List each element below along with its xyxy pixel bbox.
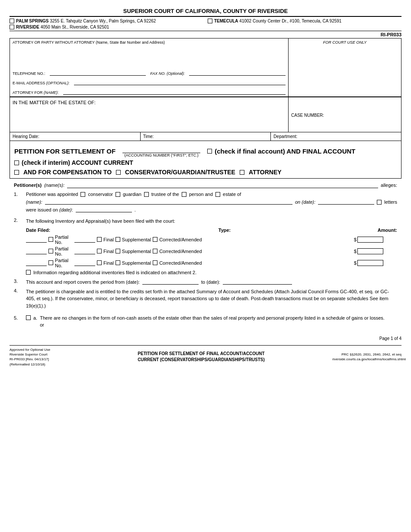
footer-left: Approved for Optional Use Riverside Supe… (10, 347, 70, 367)
main-content: Petitioner(s) (name(s): alleges: 1. Peti… (10, 179, 401, 334)
attorney-checkbox[interactable] (240, 170, 244, 175)
petitioner-name-field[interactable] (67, 182, 378, 188)
estate-of-checkbox[interactable] (215, 192, 220, 197)
item-5: 5. a. There are no changes in the form o… (14, 315, 397, 327)
inv-type-header: Type: (95, 228, 354, 233)
date-field-2[interactable] (26, 248, 47, 254)
email-field[interactable] (74, 79, 286, 85)
telephone-field[interactable] (50, 70, 146, 76)
trustee-checkbox[interactable] (144, 192, 149, 197)
item-2: 2. The following Inventory and Appraisal… (14, 218, 397, 275)
temecula-row: TEMECULA 41002 County Center Dr., #100, … (208, 19, 401, 23)
period-to-field[interactable] (223, 279, 292, 285)
footer-right: PRC §§2620, 2631, 2640, 2642, et seq riv… (332, 352, 401, 362)
inv-row-2: Partial No. Final Supplemental Corrected… (26, 246, 397, 256)
item-5-content: a. There are no changes in the form of n… (26, 315, 397, 327)
inv-type-1: Final Supplemental Corrected/Amended (97, 237, 352, 242)
item-3: 3. This account and report covers the pe… (14, 279, 397, 285)
item-5-text: There are no changes in the form of non-… (40, 315, 385, 320)
item-1-issued-row: were issued on (date): . (26, 206, 397, 212)
court-locations-right: TEMECULA 41002 County Center Dr., #100, … (203, 19, 401, 23)
conservator-appointed-checkbox[interactable] (80, 192, 85, 197)
partial-no-field-3[interactable] (74, 260, 95, 266)
fax-label: FAX NO. (Optional): (150, 71, 185, 76)
riverside-row: RIVERSIDE 4050 Main St., Riverside, CA 9… (10, 25, 203, 29)
supplemental-cb-3[interactable] (116, 260, 120, 265)
final-cb-1[interactable] (97, 237, 102, 242)
page-footer: Approved for Optional Use Riverside Supe… (10, 345, 401, 367)
alleges-label: alleges: (381, 183, 397, 188)
accounting-sub-label: (ACCOUNTING NUMBER ("FIRST", ETC.) (124, 153, 198, 157)
hearing-dept-cell: Department: (271, 132, 401, 141)
date-field-3[interactable] (26, 260, 47, 266)
final-cb-2[interactable] (97, 249, 102, 253)
telephone-row: TELEPHONE NO.: FAX NO. (Optional): (13, 70, 286, 76)
guardian-appointed-checkbox[interactable] (116, 192, 120, 197)
amount-field-1[interactable] (357, 237, 383, 243)
partial-cb-1[interactable] (48, 237, 53, 242)
accounting-number-field[interactable] (122, 144, 200, 153)
appointed-date-field[interactable] (318, 199, 374, 205)
hearing-date-cell: Hearing Date: (10, 132, 141, 141)
amount-field-2[interactable] (357, 248, 383, 254)
attorney-label: ATTORNEY OR PARTY WITHOUT ATTORNEY (Name… (13, 40, 286, 45)
riverside-label: RIVERSIDE 4050 Main St., Riverside, CA 9… (16, 25, 109, 29)
attorney-for-label: ATTORNEY FOR (Name): (13, 90, 59, 95)
petitioner-row: Petitioner(s) (name(s): alleges: (14, 182, 397, 188)
court-locations: PALM SPRINGS 3255 E. Tahquitz Canyon Wy.… (10, 19, 401, 31)
item-1: 1. Petitioner was appointed conservator … (14, 192, 397, 214)
matter-right: CASE NUMBER: (289, 97, 401, 132)
petition-line2: (check if interim) ACCOUNT CURRENT (14, 159, 397, 166)
inv-amount-2: $ (354, 248, 397, 254)
period-from-field[interactable] (142, 279, 199, 285)
corrected-cb-2[interactable] (153, 249, 157, 253)
page-title: SUPERIOR COURT OF CALIFORNIA, COUNTY OF … (10, 8, 401, 17)
corrected-cb-1[interactable] (153, 237, 157, 242)
corrected-cb-3[interactable] (153, 260, 157, 265)
compensation-checkbox[interactable] (14, 170, 19, 175)
item-3-row: This account and report covers the perio… (26, 279, 397, 285)
amount-field-3[interactable] (357, 260, 383, 266)
attorney-for-field[interactable] (63, 89, 286, 95)
final-account-checkbox[interactable] (207, 149, 212, 154)
temecula-checkbox[interactable] (208, 19, 212, 23)
final-cb-3[interactable] (97, 260, 102, 265)
accounting-number-box: (ACCOUNTING NUMBER ("FIRST", ETC.) (118, 144, 205, 157)
supplemental-cb-2[interactable] (116, 249, 120, 253)
letters-checkbox[interactable] (377, 200, 382, 205)
inv-row-3: Partial No. Final Supplemental Corrected… (26, 258, 397, 268)
for-court-use-section: FOR COURT USE ONLY (289, 38, 401, 96)
interim-checkbox[interactable] (14, 160, 19, 165)
matter-left: IN THE MATTER OF THE ESTATE OF: (10, 97, 289, 132)
riverside-checkbox[interactable] (10, 25, 14, 29)
partial-cb-3[interactable] (48, 260, 53, 265)
inv-date-2: Partial No. (26, 246, 95, 256)
inv-amount-3: $ (354, 260, 397, 266)
appointed-name-field[interactable] (45, 199, 292, 205)
attorney-name-field[interactable] (13, 45, 286, 66)
partial-no-field-2[interactable] (74, 248, 95, 254)
telephone-label: TELEPHONE NO.: (13, 71, 45, 76)
partial-no-field-1[interactable] (74, 237, 95, 243)
name-s-label: (name(s): (44, 183, 64, 188)
item-2-intro: The following Inventory and Appraisal(s)… (26, 218, 397, 225)
palm-springs-row: PALM SPRINGS 3255 E. Tahquitz Canyon Wy.… (10, 19, 203, 23)
person-and-checkbox[interactable] (182, 192, 186, 197)
partial-cb-2[interactable] (48, 249, 53, 253)
fax-field[interactable] (189, 70, 286, 76)
info-attachment-checkbox[interactable] (26, 270, 31, 275)
item-5-checkbox[interactable] (26, 315, 31, 320)
inv-date-3: Partial No. (26, 258, 95, 268)
issued-date-field[interactable] (76, 206, 132, 212)
page: SUPERIOR COURT OF CALIFORNIA, COUNTY OF … (0, 0, 411, 532)
item-3-content: This account and report covers the perio… (26, 279, 397, 285)
item-3-num: 3. (14, 279, 22, 285)
palm-springs-checkbox[interactable] (10, 19, 14, 23)
conservator-guardian-trustee-checkbox[interactable] (116, 170, 121, 175)
supplemental-cb-1[interactable] (116, 237, 120, 242)
hearing-row: Hearing Date: Time: Department: (10, 132, 401, 141)
date-field-1[interactable] (26, 237, 47, 243)
item-2-num: 2. (14, 218, 22, 275)
petition-line1: PETITION FOR SETTLEMENT OF (ACCOUNTING N… (14, 144, 397, 157)
item-5-text-block: There are no changes in the form of non-… (40, 315, 385, 327)
